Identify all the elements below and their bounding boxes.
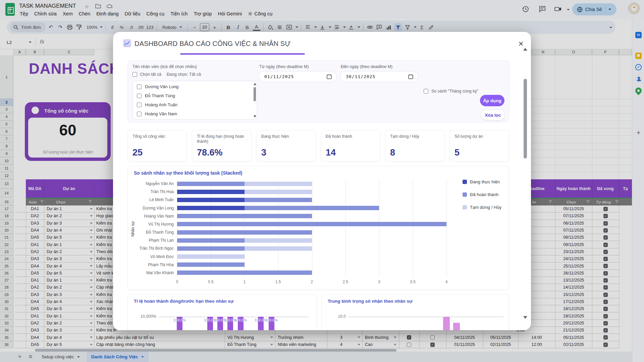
x-tick-label: 2 [306, 280, 318, 284]
compare-label: So sánh "Tháng cùng kỳ" [431, 89, 478, 94]
employee-checkbox[interactable] [137, 84, 142, 89]
bar-segment [177, 270, 312, 275]
from-date-input[interactable]: 01/11/2025 [259, 71, 337, 82]
x-tick-label: 0.5 [205, 280, 217, 284]
category-label: Nguyễn Văn An [120, 181, 174, 186]
compare-row[interactable]: So sánh "Tháng cùng kỳ" [424, 89, 478, 94]
employee-item[interactable]: Đỗ Thanh Tùng [133, 91, 257, 100]
category-label: Phạm Thị Hòa [120, 262, 174, 267]
employee-item[interactable]: Hoàng Anh Tuấn [133, 100, 257, 109]
bar-segment [245, 238, 312, 243]
stacked-chart-card: So sánh nhân sự theo khối lượng task (St… [127, 166, 509, 290]
bar-segment [177, 206, 245, 210]
chart-gridline [379, 180, 379, 277]
category-label: Đỗ Thanh Tùng [120, 230, 174, 235]
legend-swatch [463, 180, 467, 184]
to-date-input[interactable]: 30/11/2025 [340, 71, 418, 82]
weight-bar [443, 317, 450, 330]
employee-name: Hoàng Văn Nam [145, 111, 177, 116]
ontime-bar-label: 100.0% [264, 318, 279, 322]
kpi-card: Tạm dừng / Hủy8 [385, 130, 445, 162]
category-label: Mai Văn Khánh [120, 270, 174, 275]
employee-name: Dương Văn Long [145, 84, 178, 89]
bar-segment [177, 190, 245, 194]
employee-name: Đỗ Thanh Tùng [145, 93, 175, 98]
employee-item[interactable]: Dương Văn Long [133, 82, 257, 91]
stacked-chart-title: So sánh nhân sự theo khối lượng task (St… [134, 170, 243, 176]
kpi-card: Tổng số công việc25 [127, 130, 187, 162]
select-all-checkbox[interactable] [132, 72, 137, 77]
legend-label: Đang thực hiện [470, 179, 500, 184]
ontime-chart-card: Tỉ lệ hoàn thành đúng/trước hạn theo nhâ… [127, 294, 317, 330]
bar-segment [177, 254, 245, 259]
selecting-label: Đang chọn: Tất cả [167, 72, 201, 77]
kpi-card: Đã hoàn thành14 [321, 130, 380, 162]
from-date-label: Từ ngày (theo deadline M) [259, 64, 309, 69]
weight-chart-gridline [348, 317, 503, 317]
kpi-label: Tạm dừng / Hủy [390, 134, 441, 139]
kpi-card: Đang thực hiện3 [256, 130, 316, 162]
employee-filter-label: Tên nhân viên (tick để chọn nhiều) [132, 64, 197, 69]
weight-chart-ytick: 10.0 [325, 314, 346, 319]
kpi-value: 3 [261, 147, 266, 158]
category-label: Lê Minh Tuấn [120, 197, 174, 202]
kpi-value: 25 [132, 147, 143, 158]
employee-checkbox[interactable] [137, 103, 142, 107]
x-tick-label: 3 [373, 280, 385, 284]
ontime-chart-title: Tỉ lệ hoàn thành đúng/trước hạn theo nhâ… [134, 299, 234, 304]
modal-title: DASHBOARD BÁO CÁO CÔNG VIỆC & NHÂN SỰ [135, 40, 291, 48]
legend-label: Tạm dừng / Hủy [470, 205, 501, 210]
bar-segment [177, 182, 245, 186]
legend-item: Đã hoàn thành [463, 192, 523, 197]
bar-segment [177, 246, 245, 251]
bar-segment [245, 246, 312, 251]
employee-list[interactable]: Dương Văn LongĐỗ Thanh TùngHoàng Anh Tuấ… [132, 81, 257, 120]
chart-gridline [413, 180, 413, 277]
bar-segment [177, 238, 245, 243]
chart-gridline [345, 180, 346, 277]
legend-swatch [463, 192, 467, 197]
category-label: Dương Văn Long [120, 206, 174, 210]
employee-checkbox[interactable] [137, 94, 142, 98]
bar-segment [177, 230, 312, 235]
kpi-card: Tỉ lệ đúng hạn (trong hoàn thành)78.6% [192, 130, 252, 162]
select-all-label: Chọn tất cả [140, 72, 161, 77]
kpi-label: Đã hoàn thành [326, 134, 377, 139]
calendar-picker-icon [408, 74, 413, 79]
bar-segment [245, 182, 312, 186]
modal-scrollbar-thumb[interactable] [524, 79, 527, 159]
tab-indicator [180, 53, 305, 55]
category-label: Trần Thị Bích Ngọc [120, 246, 174, 251]
select-all-row[interactable]: Chọn tất cả Đang chọn: Tất cả [132, 72, 201, 77]
ontime-bar-label: 100.0% [233, 318, 249, 322]
x-tick-label: 0 [171, 280, 183, 284]
bar-segment [177, 214, 312, 218]
chart-gridline [446, 180, 447, 277]
x-tick-label: 2.5 [339, 280, 352, 284]
bar-segment [245, 190, 312, 194]
weight-chart-title: Trung bình trọng số nhận theo nhân sự [328, 299, 413, 304]
category-label: Vũ Thị Hương [120, 222, 174, 227]
weight-chart-card: Trung bình trọng số nhận theo nhân sự 10… [321, 294, 509, 330]
employee-item[interactable]: Hoàng Văn Nam [133, 109, 257, 118]
legend-item: Tạm dừng / Hủy [463, 204, 523, 210]
to-date-label: Đến ngày (theo deadline M) [341, 64, 392, 69]
legend-swatch [463, 205, 467, 209]
category-label: Hoàng Văn Nam [120, 214, 174, 219]
modal-scroll-down-icon[interactable] [523, 316, 527, 319]
ontime-chart-ytick: 10,000% [128, 314, 156, 319]
clear-filter-button[interactable]: Xóa lọc [481, 110, 505, 120]
employee-checkbox[interactable] [137, 112, 142, 116]
x-tick-label: 4 [440, 280, 452, 284]
bar-segment [177, 198, 245, 202]
kpi-label: Tỉ lệ đúng hạn (trong hoàn thành) [197, 134, 248, 144]
compare-checkbox[interactable] [424, 89, 428, 94]
kpi-label: Đang thực hiện [261, 134, 312, 139]
modal-scroll-up-icon[interactable] [523, 48, 527, 51]
x-tick-label: 3.5 [407, 280, 419, 284]
kpi-value: 78.6% [197, 147, 223, 158]
dashboard-modal: DASHBOARD BÁO CÁO CÔNG VIỆC & NHÂN SỰ × … [113, 32, 531, 330]
x-tick-label: 1 [238, 280, 251, 284]
dashboard-chart-icon [123, 39, 131, 47]
apply-button[interactable]: Áp dụng [480, 95, 504, 106]
